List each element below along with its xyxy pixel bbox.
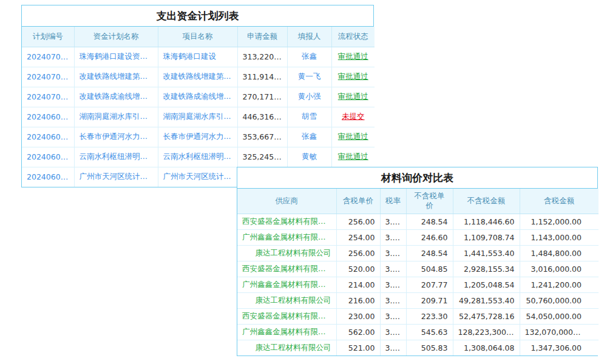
net-amount-cell: 52,475,728.16 bbox=[453, 308, 520, 324]
plan-header-row: 计划编号 资金计划名称 项目名称 申请金额 填报人 流程状态 bbox=[22, 27, 375, 47]
supplier-cell[interactable]: 西安盛器金属材料有限公司 bbox=[237, 308, 336, 324]
tax-rate-cell: 3.00 bbox=[380, 277, 406, 292]
fund-plan-name-cell[interactable]: 广州市天河区统计局... bbox=[74, 167, 158, 187]
plan-table-row: 2024060010 长春市伊通河水力发... 长春市伊通河水力... 353,… bbox=[22, 127, 375, 147]
supplier-cell[interactable]: 广州鑫鑫金属材料有限公司 bbox=[237, 277, 336, 292]
tax-rate-cell: 3.00 bbox=[380, 261, 406, 277]
net-price-cell: 246.60 bbox=[406, 229, 453, 245]
supplier-cell[interactable]: 西安盛器金属材料有限公司 bbox=[237, 261, 336, 277]
fund-plan-name-cell[interactable]: 云南水利枢纽潜明水... bbox=[74, 147, 158, 167]
plan-no-cell[interactable]: 2024060008 bbox=[22, 167, 74, 187]
project-name-cell[interactable]: 改建铁路线增建第... bbox=[158, 67, 237, 87]
net-amount-cell: 2,928,155.34 bbox=[453, 261, 520, 277]
plan-table-row: 2024070003 珠海鹤港口建设资金... 珠海鹤港口建设 313,220.… bbox=[22, 47, 375, 67]
net-price-cell: 248.54 bbox=[406, 214, 453, 229]
tax-amount-cell: 1,347,306.00 bbox=[520, 340, 599, 356]
supplier-cell[interactable]: 康达工程材料有限公司 bbox=[237, 245, 336, 261]
quote-header-row: 供应商 含税单价 税率 不含税单价 不含税金额 含税金额 bbox=[237, 189, 599, 214]
reporter-cell: 张鑫 bbox=[287, 47, 331, 67]
tax-amount-cell: 1,143,000.00 bbox=[520, 229, 599, 245]
quote-table-header: 供应商 含税单价 税率 不含税单价 不含税金额 含税金额 bbox=[237, 189, 599, 214]
quote-table-body: 西安盛器金属材料有限公司 256.00 3.00 248.54 1,118,44… bbox=[237, 214, 599, 356]
supplier-cell[interactable]: 广州鑫鑫金属材料有限公司 bbox=[237, 324, 336, 340]
status-cell[interactable]: 审批通过 bbox=[331, 127, 375, 147]
project-name-cell[interactable]: 云南水利枢纽潜明... bbox=[158, 147, 237, 167]
apply-amount-cell: 325,245.00 bbox=[237, 147, 287, 167]
tax-amount-cell: 1,484,800.00 bbox=[520, 245, 599, 261]
tax-rate-cell: 3.00 bbox=[380, 324, 406, 340]
plan-no-cell[interactable]: 2024060011 bbox=[22, 107, 74, 127]
net-amount-cell: 128,223,300.97 bbox=[453, 324, 520, 340]
quote-table-row: 广州鑫鑫金属材料有限公司 254.00 3.00 246.60 1,109,70… bbox=[237, 229, 599, 245]
net-price-cell: 505.83 bbox=[406, 340, 453, 356]
column-header-flow-status: 流程状态 bbox=[331, 27, 375, 47]
plan-table-row: 2024070001 改建铁路成渝线增建... 改建铁路成渝线增... 270,… bbox=[22, 87, 375, 107]
apply-amount-cell: 446,316.00 bbox=[237, 107, 287, 127]
material-quote-table: 供应商 含税单价 税率 不含税单价 不含税金额 含税金额 西安盛器金属材料有限公… bbox=[237, 189, 599, 356]
plan-table-title: 支出资金计划列表 bbox=[22, 5, 373, 27]
plan-no-cell[interactable]: 2024070003 bbox=[22, 47, 74, 67]
tax-rate-cell: 3.00 bbox=[380, 245, 406, 261]
reporter-cell: 黄敏 bbox=[287, 147, 331, 167]
column-header-fund-name: 资金计划名称 bbox=[74, 27, 158, 47]
fund-plan-name-cell[interactable]: 长春市伊通河水力发... bbox=[74, 127, 158, 147]
project-name-cell[interactable]: 长春市伊通河水力... bbox=[158, 127, 237, 147]
supplier-cell[interactable]: 西安盛器金属材料有限公司 bbox=[237, 214, 336, 229]
tax-amount-cell: 1,152,000.00 bbox=[520, 214, 599, 229]
project-name-cell[interactable]: 湖南洞庭湖水库引... bbox=[158, 107, 237, 127]
supplier-cell[interactable]: 康达工程材料有限公司 bbox=[237, 340, 336, 356]
tax-amount-cell: 50,760,000.00 bbox=[520, 292, 599, 308]
reporter-cell: 张鑫 bbox=[287, 127, 331, 147]
tax-price-cell: 214.00 bbox=[336, 277, 380, 292]
net-amount-cell: 1,109,708.74 bbox=[453, 229, 520, 245]
net-amount-cell: 49,281,553.40 bbox=[453, 292, 520, 308]
column-header-net-price: 不含税单价 bbox=[406, 189, 453, 214]
tax-price-cell: 230.00 bbox=[336, 308, 380, 324]
plan-no-cell[interactable]: 2024070001 bbox=[22, 87, 74, 107]
column-header-reporter: 填报人 bbox=[287, 27, 331, 47]
plan-table-row: 2024060009 云南水利枢纽潜明水... 云南水利枢纽潜明... 325,… bbox=[22, 147, 375, 167]
material-quote-panel: 材料询价对比表 供应商 含税单价 税率 不含税单价 不含税金额 含税金额 西安盛… bbox=[237, 167, 598, 356]
column-header-tax-rate: 税率 bbox=[380, 189, 406, 214]
project-name-cell[interactable]: 广州市天河区统计... bbox=[158, 167, 237, 187]
fund-plan-name-cell[interactable]: 改建铁路线增建第二... bbox=[74, 67, 158, 87]
net-amount-cell: 1,118,446.60 bbox=[453, 214, 520, 229]
reporter-cell: 胡雪 bbox=[287, 107, 331, 127]
plan-table-header: 计划编号 资金计划名称 项目名称 申请金额 填报人 流程状态 bbox=[22, 27, 375, 47]
project-name-cell[interactable]: 改建铁路成渝线增... bbox=[158, 87, 237, 107]
net-price-cell: 223.30 bbox=[406, 308, 453, 324]
plan-table-row: 2024060011 湖南洞庭湖水库引水... 湖南洞庭湖水库引... 446,… bbox=[22, 107, 375, 127]
fund-plan-name-cell[interactable]: 珠海鹤港口建设资金... bbox=[74, 47, 158, 67]
expense-plan-table: 计划编号 资金计划名称 项目名称 申请金额 填报人 流程状态 202407000… bbox=[22, 27, 375, 187]
project-name-cell[interactable]: 珠海鹤港口建设 bbox=[158, 47, 237, 67]
expense-plan-panel: 支出资金计划列表 计划编号 资金计划名称 项目名称 申请金额 填报人 流程状态 … bbox=[21, 5, 374, 187]
status-cell[interactable]: 审批通过 bbox=[331, 87, 375, 107]
tax-price-cell: 562.00 bbox=[336, 324, 380, 340]
plan-no-cell[interactable]: 2024060009 bbox=[22, 147, 74, 167]
quote-table-row: 广州鑫鑫金属材料有限公司 214.00 3.00 207.77 1,205,04… bbox=[237, 277, 599, 292]
plan-no-cell[interactable]: 2024060010 bbox=[22, 127, 74, 147]
status-cell[interactable]: 审批通过 bbox=[331, 147, 375, 167]
tax-price-cell: 256.00 bbox=[336, 214, 380, 229]
tax-price-cell: 521.00 bbox=[336, 340, 380, 356]
apply-amount-cell: 313,220.00 bbox=[237, 47, 287, 67]
net-price-cell: 545.63 bbox=[406, 324, 453, 340]
plan-no-cell[interactable]: 2024070002 bbox=[22, 67, 74, 87]
column-header-plan-no: 计划编号 bbox=[22, 27, 74, 47]
fund-plan-name-cell[interactable]: 湖南洞庭湖水库引水... bbox=[74, 107, 158, 127]
supplier-cell[interactable]: 康达工程材料有限公司 bbox=[237, 292, 336, 308]
status-cell[interactable]: 审批通过 bbox=[331, 67, 375, 87]
tax-rate-cell: 3.00 bbox=[380, 340, 406, 356]
status-cell[interactable]: 审批通过 bbox=[331, 47, 375, 67]
quote-table-title: 材料询价对比表 bbox=[237, 167, 597, 189]
net-price-cell: 504.85 bbox=[406, 261, 453, 277]
quote-table-row: 康达工程材料有限公司 256.00 3.00 248.54 1,441,553.… bbox=[237, 245, 599, 261]
fund-plan-name-cell[interactable]: 改建铁路成渝线增建... bbox=[74, 87, 158, 107]
net-amount-cell: 1,441,553.40 bbox=[453, 245, 520, 261]
quote-table-row: 西安盛器金属材料有限公司 256.00 3.00 248.54 1,118,44… bbox=[237, 214, 599, 229]
status-cell[interactable]: 未提交 bbox=[331, 107, 375, 127]
supplier-cell[interactable]: 广州鑫鑫金属材料有限公司 bbox=[237, 229, 336, 245]
tax-price-cell: 256.00 bbox=[336, 245, 380, 261]
net-price-cell: 248.54 bbox=[406, 245, 453, 261]
reporter-cell: 黄一飞 bbox=[287, 67, 331, 87]
